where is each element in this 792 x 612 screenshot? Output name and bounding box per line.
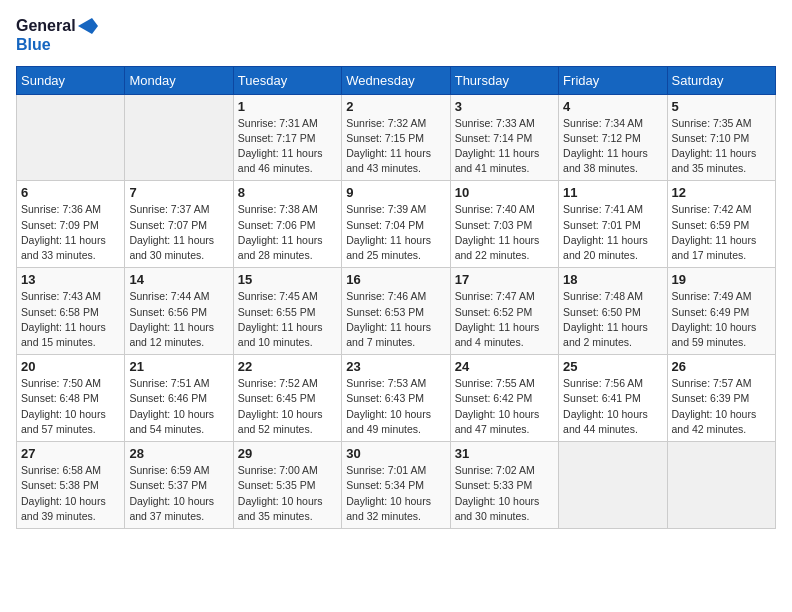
week-row-2: 6Sunrise: 7:36 AM Sunset: 7:09 PM Daylig… xyxy=(17,181,776,268)
weekday-wednesday: Wednesday xyxy=(342,66,450,94)
day-number: 21 xyxy=(129,359,228,374)
day-detail: Sunrise: 7:57 AM Sunset: 6:39 PM Dayligh… xyxy=(672,376,771,437)
day-number: 16 xyxy=(346,272,445,287)
calendar-cell: 29Sunrise: 7:00 AM Sunset: 5:35 PM Dayli… xyxy=(233,442,341,529)
day-detail: Sunrise: 7:51 AM Sunset: 6:46 PM Dayligh… xyxy=(129,376,228,437)
calendar-cell: 31Sunrise: 7:02 AM Sunset: 5:33 PM Dayli… xyxy=(450,442,558,529)
weekday-tuesday: Tuesday xyxy=(233,66,341,94)
calendar-cell: 3Sunrise: 7:33 AM Sunset: 7:14 PM Daylig… xyxy=(450,94,558,181)
day-number: 15 xyxy=(238,272,337,287)
day-number: 29 xyxy=(238,446,337,461)
calendar-cell: 7Sunrise: 7:37 AM Sunset: 7:07 PM Daylig… xyxy=(125,181,233,268)
day-detail: Sunrise: 7:55 AM Sunset: 6:42 PM Dayligh… xyxy=(455,376,554,437)
page-header: GeneralBlue xyxy=(16,16,776,54)
day-number: 28 xyxy=(129,446,228,461)
logo: GeneralBlue xyxy=(16,16,98,54)
day-detail: Sunrise: 7:40 AM Sunset: 7:03 PM Dayligh… xyxy=(455,202,554,263)
day-detail: Sunrise: 7:49 AM Sunset: 6:49 PM Dayligh… xyxy=(672,289,771,350)
calendar-cell: 12Sunrise: 7:42 AM Sunset: 6:59 PM Dayli… xyxy=(667,181,775,268)
day-detail: Sunrise: 7:01 AM Sunset: 5:34 PM Dayligh… xyxy=(346,463,445,524)
calendar-cell: 6Sunrise: 7:36 AM Sunset: 7:09 PM Daylig… xyxy=(17,181,125,268)
day-detail: Sunrise: 7:47 AM Sunset: 6:52 PM Dayligh… xyxy=(455,289,554,350)
day-number: 10 xyxy=(455,185,554,200)
calendar-cell: 18Sunrise: 7:48 AM Sunset: 6:50 PM Dayli… xyxy=(559,268,667,355)
calendar-cell: 28Sunrise: 6:59 AM Sunset: 5:37 PM Dayli… xyxy=(125,442,233,529)
logo-wrapper: GeneralBlue xyxy=(16,16,98,54)
calendar-cell: 5Sunrise: 7:35 AM Sunset: 7:10 PM Daylig… xyxy=(667,94,775,181)
day-number: 8 xyxy=(238,185,337,200)
calendar-cell: 21Sunrise: 7:51 AM Sunset: 6:46 PM Dayli… xyxy=(125,355,233,442)
weekday-friday: Friday xyxy=(559,66,667,94)
day-number: 4 xyxy=(563,99,662,114)
day-detail: Sunrise: 7:46 AM Sunset: 6:53 PM Dayligh… xyxy=(346,289,445,350)
calendar-cell: 4Sunrise: 7:34 AM Sunset: 7:12 PM Daylig… xyxy=(559,94,667,181)
weekday-monday: Monday xyxy=(125,66,233,94)
calendar-cell xyxy=(667,442,775,529)
day-number: 9 xyxy=(346,185,445,200)
day-detail: Sunrise: 7:50 AM Sunset: 6:48 PM Dayligh… xyxy=(21,376,120,437)
day-detail: Sunrise: 6:59 AM Sunset: 5:37 PM Dayligh… xyxy=(129,463,228,524)
day-detail: Sunrise: 7:35 AM Sunset: 7:10 PM Dayligh… xyxy=(672,116,771,177)
day-number: 7 xyxy=(129,185,228,200)
day-number: 23 xyxy=(346,359,445,374)
day-detail: Sunrise: 7:36 AM Sunset: 7:09 PM Dayligh… xyxy=(21,202,120,263)
calendar-body: 1Sunrise: 7:31 AM Sunset: 7:17 PM Daylig… xyxy=(17,94,776,528)
day-number: 11 xyxy=(563,185,662,200)
day-detail: Sunrise: 7:53 AM Sunset: 6:43 PM Dayligh… xyxy=(346,376,445,437)
day-detail: Sunrise: 7:02 AM Sunset: 5:33 PM Dayligh… xyxy=(455,463,554,524)
day-detail: Sunrise: 7:42 AM Sunset: 6:59 PM Dayligh… xyxy=(672,202,771,263)
day-detail: Sunrise: 7:33 AM Sunset: 7:14 PM Dayligh… xyxy=(455,116,554,177)
day-detail: Sunrise: 7:43 AM Sunset: 6:58 PM Dayligh… xyxy=(21,289,120,350)
day-number: 30 xyxy=(346,446,445,461)
day-detail: Sunrise: 7:00 AM Sunset: 5:35 PM Dayligh… xyxy=(238,463,337,524)
calendar-cell: 22Sunrise: 7:52 AM Sunset: 6:45 PM Dayli… xyxy=(233,355,341,442)
calendar-cell: 19Sunrise: 7:49 AM Sunset: 6:49 PM Dayli… xyxy=(667,268,775,355)
weekday-header-row: SundayMondayTuesdayWednesdayThursdayFrid… xyxy=(17,66,776,94)
day-number: 20 xyxy=(21,359,120,374)
week-row-3: 13Sunrise: 7:43 AM Sunset: 6:58 PM Dayli… xyxy=(17,268,776,355)
week-row-5: 27Sunrise: 6:58 AM Sunset: 5:38 PM Dayli… xyxy=(17,442,776,529)
day-number: 2 xyxy=(346,99,445,114)
day-number: 26 xyxy=(672,359,771,374)
calendar-cell: 17Sunrise: 7:47 AM Sunset: 6:52 PM Dayli… xyxy=(450,268,558,355)
day-detail: Sunrise: 7:56 AM Sunset: 6:41 PM Dayligh… xyxy=(563,376,662,437)
day-number: 19 xyxy=(672,272,771,287)
day-detail: Sunrise: 6:58 AM Sunset: 5:38 PM Dayligh… xyxy=(21,463,120,524)
calendar-cell: 27Sunrise: 6:58 AM Sunset: 5:38 PM Dayli… xyxy=(17,442,125,529)
logo-bird-icon xyxy=(78,16,98,36)
week-row-4: 20Sunrise: 7:50 AM Sunset: 6:48 PM Dayli… xyxy=(17,355,776,442)
day-number: 3 xyxy=(455,99,554,114)
day-number: 5 xyxy=(672,99,771,114)
day-number: 17 xyxy=(455,272,554,287)
calendar-cell: 1Sunrise: 7:31 AM Sunset: 7:17 PM Daylig… xyxy=(233,94,341,181)
day-detail: Sunrise: 7:48 AM Sunset: 6:50 PM Dayligh… xyxy=(563,289,662,350)
calendar-header: SundayMondayTuesdayWednesdayThursdayFrid… xyxy=(17,66,776,94)
day-detail: Sunrise: 7:44 AM Sunset: 6:56 PM Dayligh… xyxy=(129,289,228,350)
calendar-cell: 16Sunrise: 7:46 AM Sunset: 6:53 PM Dayli… xyxy=(342,268,450,355)
day-number: 12 xyxy=(672,185,771,200)
day-number: 31 xyxy=(455,446,554,461)
calendar-cell: 26Sunrise: 7:57 AM Sunset: 6:39 PM Dayli… xyxy=(667,355,775,442)
day-number: 1 xyxy=(238,99,337,114)
svg-marker-0 xyxy=(78,18,98,34)
day-number: 18 xyxy=(563,272,662,287)
day-number: 14 xyxy=(129,272,228,287)
calendar-cell: 13Sunrise: 7:43 AM Sunset: 6:58 PM Dayli… xyxy=(17,268,125,355)
weekday-thursday: Thursday xyxy=(450,66,558,94)
day-detail: Sunrise: 7:38 AM Sunset: 7:06 PM Dayligh… xyxy=(238,202,337,263)
calendar-cell: 14Sunrise: 7:44 AM Sunset: 6:56 PM Dayli… xyxy=(125,268,233,355)
logo-blue: Blue xyxy=(16,36,98,54)
calendar-cell: 23Sunrise: 7:53 AM Sunset: 6:43 PM Dayli… xyxy=(342,355,450,442)
calendar-cell: 10Sunrise: 7:40 AM Sunset: 7:03 PM Dayli… xyxy=(450,181,558,268)
weekday-sunday: Sunday xyxy=(17,66,125,94)
weekday-saturday: Saturday xyxy=(667,66,775,94)
day-number: 6 xyxy=(21,185,120,200)
day-number: 27 xyxy=(21,446,120,461)
day-detail: Sunrise: 7:31 AM Sunset: 7:17 PM Dayligh… xyxy=(238,116,337,177)
calendar-cell: 24Sunrise: 7:55 AM Sunset: 6:42 PM Dayli… xyxy=(450,355,558,442)
calendar-cell xyxy=(17,94,125,181)
day-detail: Sunrise: 7:32 AM Sunset: 7:15 PM Dayligh… xyxy=(346,116,445,177)
day-detail: Sunrise: 7:45 AM Sunset: 6:55 PM Dayligh… xyxy=(238,289,337,350)
calendar-cell: 11Sunrise: 7:41 AM Sunset: 7:01 PM Dayli… xyxy=(559,181,667,268)
day-detail: Sunrise: 7:39 AM Sunset: 7:04 PM Dayligh… xyxy=(346,202,445,263)
